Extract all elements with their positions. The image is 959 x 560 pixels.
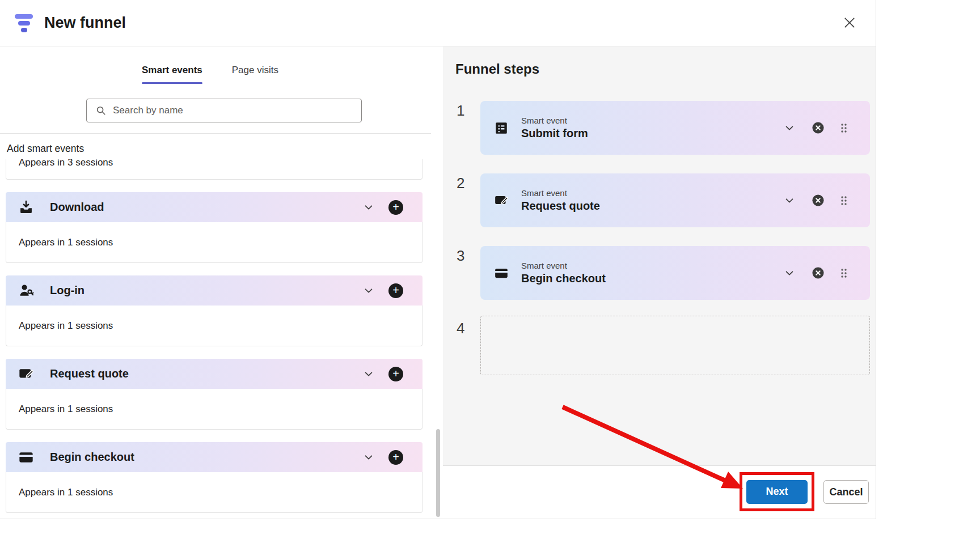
step-type-label: Smart event [521,188,600,198]
funnel-steps-panel: Funnel steps 1 Smart event Submit form 2 [443,46,876,465]
step-name: Begin checkout [521,272,606,285]
chevron-down-icon [364,452,374,463]
funnel-logo-icon [15,14,33,32]
event-picker-panel: Smart events Page visits Add smart event… [0,46,443,519]
x-circle-icon [812,194,825,207]
event-sessions: Appears in 3 sessions [19,159,113,168]
chevron-down-icon [364,202,374,213]
event-name: Request quote [50,367,361,380]
chevron-down-icon [784,196,795,206]
chevron-down-icon [364,369,374,379]
close-button[interactable] [837,10,862,35]
event-card-begin-checkout: Begin checkout + Appears in 1 sessions [6,442,423,513]
expand-step-button[interactable] [782,121,797,135]
request-quote-icon [18,366,34,382]
dialog-header: New funnel [0,0,876,46]
expand-step-button[interactable] [782,266,797,281]
drag-dots-icon [839,266,848,280]
add-event-button[interactable]: + [388,283,403,298]
step-number: 3 [457,247,464,265]
event-name: Log-in [50,284,361,297]
new-funnel-dialog: New funnel Smart events Page visits Add … [0,0,876,519]
event-card-login: Log-in + Appears in 1 sessions [6,275,423,346]
empty-step-slot[interactable] [480,316,870,375]
person-key-icon [18,283,34,299]
search-box [86,99,362,122]
request-quote-icon [494,193,509,208]
x-circle-icon [812,266,825,279]
tab-bar: Smart events Page visits [0,46,443,84]
dialog-footer: Next Cancel [443,465,876,519]
step-number: 1 [457,102,464,120]
drag-dots-icon [839,121,848,135]
chevron-down-icon [784,268,795,278]
event-sessions: Appears in 1 sessions [19,404,113,415]
expand-step-button[interactable] [782,193,797,208]
add-smart-events-label: Add smart events [7,143,443,155]
event-card-request-quote: Request quote + Appears in 1 sessions [6,359,423,430]
tab-smart-events[interactable]: Smart events [142,65,202,84]
step-type-label: Smart event [521,261,606,270]
add-event-button[interactable]: + [388,200,403,215]
step-number: 2 [457,175,464,192]
drag-dots-icon [839,194,848,207]
search-input[interactable] [113,105,354,116]
funnel-step-card-request-quote: Smart event Request quote [480,173,870,227]
event-card-header[interactable]: Request quote + [6,359,423,389]
remove-step-button[interactable] [812,266,825,279]
event-card-header[interactable]: Download + [6,192,423,222]
x-circle-icon [812,121,825,134]
annotation-highlight-box: Next [740,472,814,511]
credit-card-icon [494,266,509,281]
credit-card-icon [18,449,34,465]
event-card-header[interactable]: Log-in + [6,275,423,306]
event-sessions: Appears in 1 sessions [19,237,113,248]
cancel-button[interactable]: Cancel [823,480,869,504]
event-sessions: Appears in 1 sessions [19,320,113,332]
chevron-down-icon [784,123,795,133]
funnel-step-card-begin-checkout: Smart event Begin checkout [480,246,870,300]
step-type-label: Smart event [521,116,588,125]
step-name: Request quote [521,200,600,213]
download-icon [18,200,34,215]
expand-event-button[interactable] [361,367,376,381]
expand-event-button[interactable] [361,283,376,298]
funnel-steps-title: Funnel steps [455,61,539,77]
step-name: Submit form [521,127,588,140]
scrollbar-thumb[interactable] [436,429,440,517]
step-number: 4 [457,320,464,337]
event-card-clipped: Appears in 3 sessions [6,159,423,180]
drag-handle[interactable] [839,194,848,207]
tab-page-visits[interactable]: Page visits [232,65,278,84]
chevron-down-icon [364,286,374,296]
event-name: Begin checkout [50,451,361,464]
event-card-header[interactable]: Begin checkout + [6,442,423,472]
remove-step-button[interactable] [812,121,825,134]
funnel-step-card-submit-form: Smart event Submit form [480,101,870,155]
section-divider [0,133,431,134]
drag-handle[interactable] [839,266,848,280]
expand-event-button[interactable] [361,450,376,465]
dialog-title: New funnel [44,14,126,32]
form-icon [494,121,509,135]
remove-step-button[interactable] [812,194,825,207]
next-button[interactable]: Next [746,480,808,504]
event-sessions: Appears in 1 sessions [19,487,113,498]
event-name: Download [50,201,361,214]
smart-events-list: Appears in 3 sessions Download + Appears… [0,159,443,513]
expand-event-button[interactable] [361,200,376,215]
close-icon [843,16,856,29]
add-event-button[interactable]: + [388,367,403,381]
event-card-download: Download + Appears in 1 sessions [6,192,423,263]
drag-handle[interactable] [839,121,848,135]
search-icon [96,105,106,116]
add-event-button[interactable]: + [388,450,403,465]
